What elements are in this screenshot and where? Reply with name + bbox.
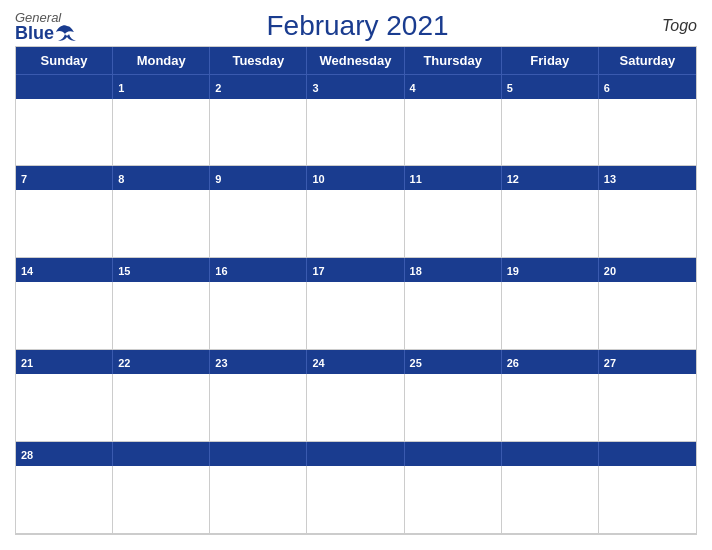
logo: General Blue [15,11,78,42]
content-cell-w1-d1 [16,99,113,166]
content-cell-w1-d2 [113,99,210,166]
week-block-5: 28 [16,442,696,534]
content-cell-w4-d2 [113,374,210,442]
num-cell-w1-d5: 4 [405,75,502,99]
num-cell-w2-d3: 9 [210,166,307,190]
day-number-16: 16 [215,265,227,277]
week-content-row-3 [16,282,696,350]
week-content-row-5 [16,466,696,534]
day-number-3: 3 [312,82,318,94]
day-number-25: 25 [410,357,422,369]
content-cell-w5-d1 [16,466,113,534]
content-cell-w2-d4 [307,190,404,258]
num-cell-w4-d5: 25 [405,350,502,374]
content-cell-w4-d1 [16,374,113,442]
content-cell-w3-d3 [210,282,307,350]
content-cell-w3-d7 [599,282,696,350]
num-cell-w3-d2: 15 [113,258,210,282]
content-cell-w4-d7 [599,374,696,442]
content-cell-w2-d5 [405,190,502,258]
content-cell-w2-d7 [599,190,696,258]
num-cell-w3-d7: 20 [599,258,696,282]
day-number-7: 7 [21,173,27,185]
content-cell-w5-d3 [210,466,307,534]
week-block-3: 14151617181920 [16,258,696,350]
calendar: Sunday Monday Tuesday Wednesday Thursday… [15,46,697,535]
day-number-11: 11 [410,173,422,185]
header-friday: Friday [502,47,599,74]
content-cell-w2-d2 [113,190,210,258]
num-cell-w4-d1: 21 [16,350,113,374]
header-saturday: Saturday [599,47,696,74]
num-cell-w3-d6: 19 [502,258,599,282]
num-cell-w3-d1: 14 [16,258,113,282]
num-cell-w3-d5: 18 [405,258,502,282]
num-cell-w1-d6: 5 [502,75,599,99]
content-cell-w5-d2 [113,466,210,534]
day-number-4: 4 [410,82,416,94]
content-cell-w1-d4 [307,99,404,166]
day-number-13: 13 [604,173,616,185]
day-headers: Sunday Monday Tuesday Wednesday Thursday… [16,47,696,74]
week-num-row-4: 21222324252627 [16,350,696,374]
day-number-18: 18 [410,265,422,277]
content-cell-w3-d6 [502,282,599,350]
day-number-9: 9 [215,173,221,185]
week-num-row-5: 28 [16,442,696,466]
calendar-title: February 2021 [78,10,637,42]
content-cell-w4-d4 [307,374,404,442]
day-number-23: 23 [215,357,227,369]
content-cell-w2-d6 [502,190,599,258]
num-cell-w3-d3: 16 [210,258,307,282]
num-cell-w1-d7: 6 [599,75,696,99]
num-cell-w2-d1: 7 [16,166,113,190]
day-number-27: 27 [604,357,616,369]
num-cell-w4-d2: 22 [113,350,210,374]
day-number-26: 26 [507,357,519,369]
num-cell-w5-d7 [599,442,696,466]
content-cell-w3-d1 [16,282,113,350]
week-num-row-2: 78910111213 [16,166,696,190]
week-content-row-2 [16,190,696,258]
logo-bird-icon [56,24,78,42]
day-number-1: 1 [118,82,124,94]
num-cell-w1-d4: 3 [307,75,404,99]
content-cell-w4-d6 [502,374,599,442]
content-cell-w5-d5 [405,466,502,534]
content-cell-w5-d6 [502,466,599,534]
day-number-24: 24 [312,357,324,369]
week-block-2: 78910111213 [16,166,696,258]
num-cell-w1-d2: 1 [113,75,210,99]
day-number-2: 2 [215,82,221,94]
header-sunday: Sunday [16,47,113,74]
day-number-22: 22 [118,357,130,369]
header-tuesday: Tuesday [210,47,307,74]
num-cell-w4-d4: 24 [307,350,404,374]
day-number-19: 19 [507,265,519,277]
num-cell-w1-d3: 2 [210,75,307,99]
header-thursday: Thursday [405,47,502,74]
num-cell-w2-d2: 8 [113,166,210,190]
num-cell-w5-d2 [113,442,210,466]
content-cell-w5-d4 [307,466,404,534]
day-number-14: 14 [21,265,33,277]
week-num-row-3: 14151617181920 [16,258,696,282]
day-number-12: 12 [507,173,519,185]
num-cell-w4-d6: 26 [502,350,599,374]
week-num-row-1: 123456 [16,74,696,99]
day-number-6: 6 [604,82,610,94]
num-cell-w5-d1: 28 [16,442,113,466]
content-cell-w1-d3 [210,99,307,166]
logo-blue-text: Blue [15,24,54,42]
day-number-21: 21 [21,357,33,369]
content-cell-w3-d2 [113,282,210,350]
content-cell-w4-d5 [405,374,502,442]
day-number-5: 5 [507,82,513,94]
num-cell-w4-d7: 27 [599,350,696,374]
num-cell-w1-d1 [16,75,113,99]
num-cell-w2-d6: 12 [502,166,599,190]
week-block-4: 21222324252627 [16,350,696,442]
week-block-1: 123456 [16,74,696,166]
num-cell-w2-d7: 13 [599,166,696,190]
week-content-row-1 [16,99,696,166]
